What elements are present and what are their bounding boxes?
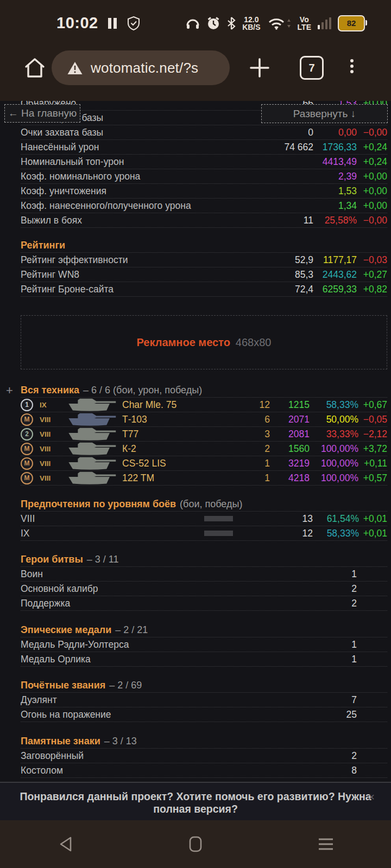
- bluetooth-icon: [227, 16, 236, 30]
- page-content: Обнаружено 66 1,53 +0,00 Очки защиты баз…: [0, 101, 391, 820]
- mastery-badge-icon: M: [21, 413, 33, 426]
- tank-name: К-2: [122, 443, 237, 455]
- award-row: Воин1: [21, 567, 387, 582]
- tank-tier: VIII: [40, 474, 61, 482]
- pause-icon: [107, 17, 118, 30]
- new-tab-icon[interactable]: [248, 56, 272, 80]
- section-header: Эпические медали – 2 / 21: [21, 623, 387, 637]
- mastery-badge-icon: 1: [21, 399, 33, 411]
- honorary-ranks-section: Почётные звания – 2 / 69 Дуэлянт7 Огонь …: [21, 678, 387, 722]
- ratings-section: Рейтинги Рейтинг эффективности 52,9 1177…: [21, 238, 387, 297]
- home-icon[interactable]: [22, 55, 48, 81]
- close-icon[interactable]: ×: [368, 792, 375, 802]
- expand-button[interactable]: Развернуть ↓: [261, 104, 388, 123]
- browser-toolbar: wotomatic.net/?s 7: [0, 46, 391, 92]
- section-title: Эпические медали: [21, 624, 111, 636]
- mastery-badge-icon: M: [21, 472, 33, 484]
- donation-banner: Понравился данный проект? Хотите помочь …: [0, 782, 391, 820]
- award-row: Костолом8: [21, 763, 387, 778]
- tank-row[interactable]: M VIII 122 TM 1 4218 100,00% +0,57: [21, 471, 387, 486]
- tank-silhouette: [61, 469, 122, 487]
- award-row: Дуэлянт7: [21, 693, 387, 707]
- section-header: + Вся техника – 6 / 6 (бои, урон, победы…: [21, 383, 387, 398]
- table-row: Выжил в боях 11 25,58% −0,00: [21, 213, 387, 228]
- epic-medals-section: Эпические медали – 2 / 21 Медаль Рэдли-У…: [21, 623, 387, 667]
- alarm-clock-icon: [206, 16, 220, 30]
- tank-name: 122 TM: [122, 473, 237, 484]
- android-nav-bar: [0, 820, 391, 868]
- nav-back-button[interactable]: [0, 835, 130, 853]
- award-row: Медаль Орлика1: [21, 652, 387, 667]
- back-to-main-button[interactable]: ← На главную: [4, 104, 80, 123]
- vehicles-section: + Вся техника – 6 / 6 (бои, урон, победы…: [21, 383, 387, 486]
- level-row: VIII 13 61,54% +0,01: [21, 512, 387, 526]
- award-row: Основной калибр2: [21, 582, 387, 596]
- mastery-badge-icon: M: [21, 457, 33, 470]
- tank-tier: VIII: [40, 459, 61, 468]
- level-bar: [204, 516, 233, 521]
- shield-check-icon: [127, 16, 141, 31]
- tank-name: Т-103: [122, 414, 237, 425]
- network-speed: 12.0 KB/S: [242, 16, 260, 31]
- tank-tier: VIII: [40, 416, 61, 424]
- ad-placeholder: Рекламное место 468x80: [21, 315, 387, 369]
- clock-text: 10:02: [56, 14, 98, 32]
- table-row: Коэф. номинального урона 2,39 +0,00: [21, 169, 387, 184]
- wifi-icon: [267, 16, 291, 30]
- signal-strength-icon: [318, 17, 331, 29]
- section-header: Предпочтения по уровням боёв (бои, побед…: [21, 497, 387, 512]
- section-title: Вся техника: [21, 385, 79, 396]
- nav-home-button[interactable]: [130, 835, 261, 853]
- phone-screen: 10:02 12.0 K: [0, 0, 391, 868]
- table-row: Коэф. нанесенного/полученного урона 1,34…: [21, 199, 387, 213]
- section-header: Рейтинги: [21, 238, 387, 253]
- menu-kebab-icon[interactable]: [350, 57, 354, 79]
- status-bar: 10:02 12.0 K: [0, 0, 391, 46]
- section-title: Памятные знаки: [21, 736, 100, 747]
- tank-name: CS-52 LIS: [122, 458, 237, 469]
- site-warning-icon[interactable]: [67, 61, 83, 75]
- award-row: Поддержка2: [21, 596, 387, 611]
- tank-tier: VIII: [40, 430, 61, 438]
- table-row: Рейтинг Броне-сайта 72,4 6259,33 +0,82: [21, 282, 387, 297]
- tank-name: Char Mle. 75: [122, 399, 237, 411]
- table-row: Рейтинг WN8 85,3 2443,62 +0,27: [21, 267, 387, 282]
- table-row: Рейтинг эффективности 52,9 1177,17 −0,03: [21, 253, 387, 267]
- tank-tier: IX: [40, 401, 61, 409]
- mastery-badge-icon: 2: [21, 428, 33, 441]
- url-bar[interactable]: wotomatic.net/?s: [52, 50, 230, 85]
- battle-heroes-section: Герои битвы – 3 / 11 Воин1 Основной кали…: [21, 552, 387, 611]
- level-bar: [204, 531, 233, 536]
- level-row: IX 12 58,33% +0,01: [21, 526, 387, 541]
- award-row: Заговорённый2: [21, 749, 387, 763]
- table-row: Номинальный топ-урон 4413,49 +0,24: [21, 155, 387, 169]
- battery-icon: 82: [338, 15, 365, 31]
- table-row: Очки захвата базы 0 0,00 −0,00: [21, 125, 387, 140]
- banner-question: Понравился данный проект? Хотите помочь …: [0, 783, 391, 815]
- award-row: Медаль Рэдли-Уолтерса1: [21, 637, 387, 652]
- tank-name: Т77: [122, 429, 237, 440]
- mastery-badge-icon: M: [21, 443, 33, 455]
- section-title: Предпочтения по уровням боёв: [21, 499, 176, 510]
- tab-counter[interactable]: 7: [300, 56, 324, 80]
- ad-size: 468x80: [236, 336, 272, 349]
- table-row: Нанесённый урон 74 662 1736,33 +0,24: [21, 140, 387, 155]
- level-preferences-section: Предпочтения по уровням боёв (бои, побед…: [21, 497, 387, 541]
- section-title: Рейтинги: [21, 240, 65, 251]
- nav-recents-button[interactable]: [261, 835, 391, 853]
- section-header: Памятные знаки – 3 / 13: [21, 734, 387, 749]
- section-header: Почётные звания – 2 / 69: [21, 678, 387, 693]
- expand-plus-icon[interactable]: +: [6, 384, 13, 398]
- browser-chrome: 10:02 12.0 K: [0, 0, 391, 101]
- commemorative-marks-section: Памятные знаки – 3 / 13 Заговорённый2 Ко…: [21, 734, 387, 778]
- section-title: Герои битвы: [21, 554, 83, 565]
- table-row: Коэф. уничтожения 1,53 +0,00: [21, 184, 387, 199]
- award-row: Огонь на поражение25: [21, 707, 387, 722]
- section-header: Герои битвы – 3 / 11: [21, 552, 387, 567]
- url-text: wotomatic.net/?s: [91, 60, 198, 76]
- headphones-icon: [186, 17, 200, 30]
- volte-indicator: Vo LTE: [298, 16, 311, 31]
- section-title: Почётные звания: [21, 680, 105, 691]
- tank-tier: VIII: [40, 445, 61, 453]
- ad-label: Рекламное место: [137, 336, 230, 349]
